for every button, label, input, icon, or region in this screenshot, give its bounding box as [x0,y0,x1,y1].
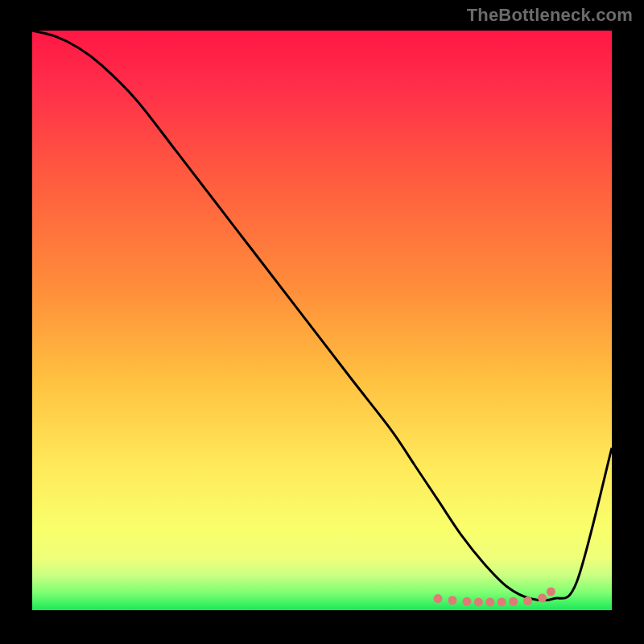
valley-dot [523,597,532,605]
valley-dot [474,597,483,606]
bottleneck-curve [32,31,612,601]
watermark-text: TheBottleneck.com [467,5,633,26]
valley-dot [485,597,494,606]
valley-dot [448,596,457,605]
valley-dot [434,594,443,603]
valley-dots [434,587,555,606]
chart-frame: TheBottleneck.com [0,0,644,644]
curve-layer [32,31,612,610]
valley-dot [463,597,472,606]
plot-area [32,31,612,610]
valley-dot [509,597,518,606]
valley-dot [497,597,506,606]
valley-dot [547,587,555,596]
valley-dot [538,593,547,602]
